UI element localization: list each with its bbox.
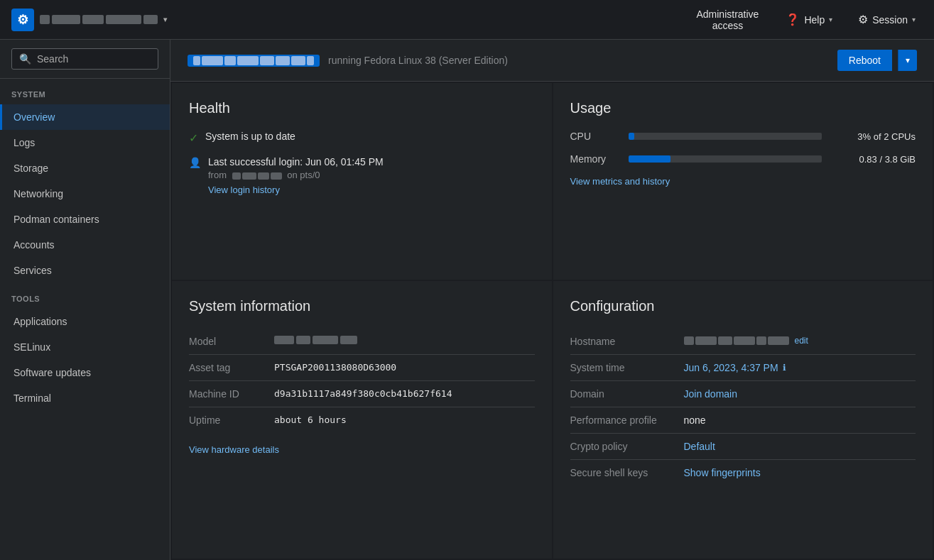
hostname-value — [684, 336, 789, 345]
view-hardware-details-link[interactable]: View hardware details — [189, 444, 535, 455]
session-button[interactable]: ⚙ Session ▾ — [851, 9, 923, 31]
sidebar-item-networking[interactable]: Networking — [0, 181, 170, 207]
hostname-row: Hostname edit — [570, 329, 916, 355]
usage-title: Usage — [570, 100, 916, 116]
sidebar-item-software-updates-label: Software updates — [13, 367, 91, 378]
brand[interactable]: ⚙ ▾ — [11, 9, 237, 31]
sidebar: 🔍 System Overview Logs Storage Networkin… — [0, 40, 170, 560]
system-time-row: System time Jun 6, 2023, 4:37 PM ℹ — [570, 355, 916, 381]
brand-icon: ⚙ — [11, 9, 34, 31]
search-input[interactable] — [37, 53, 151, 65]
crypto-label: Crypto policy — [570, 434, 684, 460]
domain-row: Domain Join domain — [570, 381, 916, 407]
system-info-card: System information Model — [172, 281, 552, 559]
search-icon: 🔍 — [19, 53, 31, 65]
system-time-value-cell: Jun 6, 2023, 4:37 PM ℹ — [684, 355, 916, 380]
ssh-row: Secure shell keys Show fingerprints — [570, 460, 916, 486]
help-chevron-icon: ▾ — [829, 16, 832, 23]
user-icon: 👤 — [189, 157, 201, 168]
memory-bar-wrap — [629, 155, 822, 163]
model-placeholder — [274, 336, 357, 344]
reboot-dropdown-button[interactable]: ▾ — [898, 50, 917, 71]
system-time-link[interactable]: Jun 6, 2023, 4:37 PM — [684, 362, 778, 373]
content-header-left: running Fedora Linux 38 (Server Edition) — [188, 55, 508, 67]
cpu-usage-row: CPU 3% of 2 CPUs — [570, 131, 916, 142]
admin-access-button[interactable]: Administrative access — [688, 4, 767, 35]
crypto-value-cell: Default — [684, 434, 916, 459]
login-on-label: on pts/0 — [287, 170, 320, 180]
performance-label: Performance profile — [570, 407, 684, 434]
help-button[interactable]: ❓ Help ▾ — [778, 9, 840, 31]
tools-section-label: Tools — [0, 283, 170, 309]
system-info-title: System information — [189, 298, 535, 314]
cpu-bar — [629, 133, 634, 140]
memory-bar — [629, 155, 671, 163]
sidebar-item-terminal-label: Terminal — [13, 392, 51, 404]
sidebar-item-accounts[interactable]: Accounts — [0, 232, 170, 258]
help-circle-icon: ❓ — [786, 13, 800, 26]
sidebar-item-terminal[interactable]: Terminal — [0, 385, 170, 411]
cpu-bar-wrap — [629, 133, 822, 140]
cpu-value: 3% of 2 CPUs — [830, 131, 916, 142]
system-time-label: System time — [570, 355, 684, 381]
search-area: 🔍 — [0, 40, 170, 79]
configuration-card: Configuration Hostname — [553, 281, 933, 559]
topbar: ⚙ ▾ Administrative access ❓ Help ▾ ⚙ Ses… — [0, 0, 934, 40]
machine-id-label: Machine ID — [189, 381, 274, 407]
reboot-button[interactable]: Reboot — [837, 50, 892, 71]
view-metrics-link[interactable]: View metrics and history — [570, 176, 916, 187]
crypto-row: Crypto policy Default — [570, 434, 916, 460]
sidebar-item-applications[interactable]: Applications — [0, 309, 170, 334]
sidebar-item-overview[interactable]: Overview — [0, 104, 170, 130]
sidebar-item-services[interactable]: Services — [0, 258, 170, 283]
sidebar-item-selinux[interactable]: SELinux — [0, 334, 170, 360]
health-card: Health ✓ System is up to date 👤 Last suc… — [172, 83, 552, 280]
checkmark-icon: ✓ — [189, 131, 198, 145]
ssh-value-cell: Show fingerprints — [684, 460, 916, 485]
health-login-sub: from on pts/0 — [208, 170, 384, 180]
sidebar-item-accounts-label: Accounts — [13, 239, 55, 251]
health-status-text: System is up to date — [205, 131, 295, 142]
machine-id-value: d9a31b1117a849f380c0cb41b627f614 — [274, 381, 535, 407]
memory-label: Memory — [570, 153, 620, 165]
health-login-text: Last successful login: Jun 06, 01:45 PM — [208, 156, 384, 168]
uptime-label: Uptime — [189, 407, 274, 434]
system-info-table: Model Asset tag PTSGAP20011380 — [189, 329, 535, 433]
performance-row: Performance profile none — [570, 407, 916, 434]
running-label: running Fedora Linux 38 (Server Edition) — [328, 55, 508, 66]
hostname-edit-link[interactable]: edit — [795, 336, 808, 346]
health-title: Health — [189, 100, 535, 116]
time-info-icon[interactable]: ℹ — [783, 363, 786, 373]
brand-name — [40, 15, 158, 24]
model-row: Model — [189, 329, 535, 355]
session-gear-icon: ⚙ — [858, 13, 868, 26]
sidebar-item-podman[interactable]: Podman containers — [0, 207, 170, 232]
login-from-label: from — [208, 170, 227, 180]
uptime-value: about 6 hours — [274, 407, 535, 434]
view-login-history-link[interactable]: View login history — [208, 185, 384, 195]
health-status-item: ✓ System is up to date — [189, 131, 535, 145]
join-domain-link[interactable]: Join domain — [684, 388, 738, 400]
configuration-title: Configuration — [570, 298, 916, 314]
system-section-label: System — [0, 79, 170, 104]
memory-usage-row: Memory 0.83 / 3.8 GiB — [570, 153, 916, 165]
sidebar-item-logs[interactable]: Logs — [0, 130, 170, 155]
sidebar-item-overview-label: Overview — [13, 111, 55, 123]
help-label: Help — [804, 14, 825, 26]
sidebar-item-storage[interactable]: Storage — [0, 155, 170, 181]
hostname-badge — [188, 55, 320, 67]
content-area: running Fedora Linux 38 (Server Edition)… — [170, 40, 934, 560]
crypto-policy-link[interactable]: Default — [684, 441, 715, 452]
main-layout: 🔍 System Overview Logs Storage Networkin… — [0, 40, 934, 560]
ssh-label: Secure shell keys — [570, 460, 684, 486]
show-fingerprints-link[interactable]: Show fingerprints — [684, 467, 761, 478]
cards-grid: Health ✓ System is up to date 👤 Last suc… — [170, 82, 934, 560]
domain-value-cell: Join domain — [684, 381, 916, 407]
search-box[interactable]: 🔍 — [11, 48, 158, 70]
sidebar-item-selinux-label: SELinux — [13, 341, 50, 353]
session-chevron-icon: ▾ — [912, 16, 916, 23]
topbar-right: Administrative access ❓ Help ▾ ⚙ Session… — [688, 4, 923, 35]
domain-label: Domain — [570, 381, 684, 407]
sidebar-item-software-updates[interactable]: Software updates — [0, 360, 170, 385]
model-value — [274, 329, 535, 355]
